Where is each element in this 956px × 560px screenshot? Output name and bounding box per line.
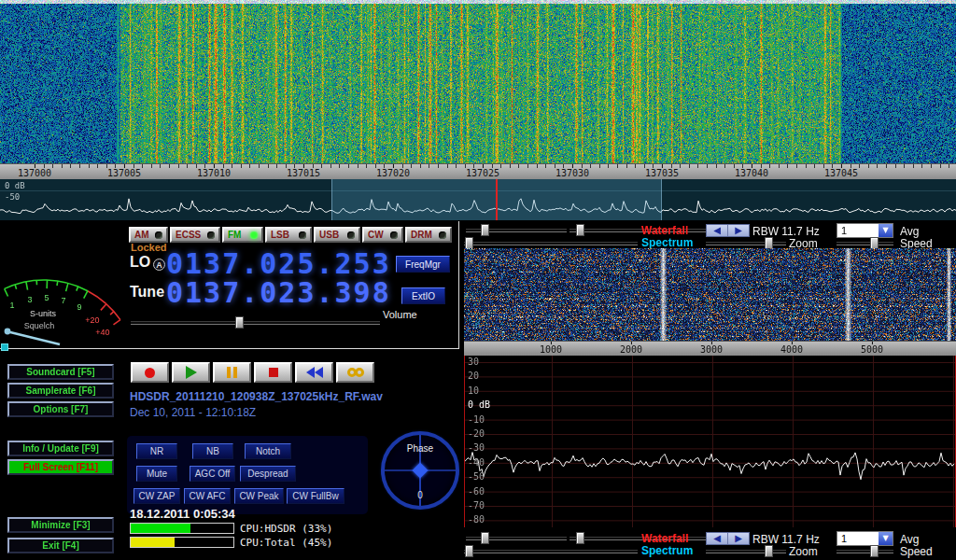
speed-slider-2[interactable] (836, 545, 893, 557)
spectrum-range-slider-2-knob[interactable] (465, 545, 473, 557)
waterfall-control-row-top: Waterfall ◀ ▶ RBW 11.7 Hz 1 ▼ Avg Spectr… (464, 222, 956, 249)
pause-button[interactable] (213, 362, 251, 383)
extio-button[interactable]: ExtIO (401, 287, 445, 304)
despread-button[interactable]: Despread (240, 466, 296, 482)
smeter-needle (7, 331, 60, 344)
mode-fm-button[interactable]: FM (222, 227, 263, 243)
s-meter[interactable]: 1 3 5 7 9 +20 +40 S-units Squelch (2, 224, 125, 347)
phase-indicator[interactable]: Phase 0 (381, 431, 459, 510)
shift-left-button-2[interactable]: ◀ (707, 533, 728, 544)
mode-lsb-button[interactable]: LSB (265, 227, 312, 243)
info-update-button[interactable]: Info / Update [F9] (7, 441, 114, 456)
main-waterfall-display[interactable] (0, 0, 956, 163)
af-db-label: -40 (468, 457, 485, 468)
volume-slider-track[interactable] (131, 321, 380, 325)
spectrum-range-slider-2-track[interactable] (464, 550, 638, 553)
zoom-slider-2-track[interactable] (706, 550, 786, 553)
phase-label: Phase (385, 443, 456, 454)
mute-button[interactable]: Mute (136, 466, 177, 482)
svg-text:5: 5 (44, 293, 49, 302)
brightness-slider-knob[interactable] (481, 224, 489, 236)
avg-dropdown-2[interactable]: 1 ▼ (836, 531, 893, 546)
spectrum-db-label: 0 dB (5, 181, 25, 190)
af-waterfall-display[interactable] (464, 248, 956, 341)
soundcard-button[interactable]: Soundcard [F5] (7, 364, 114, 380)
cw-fullbw-button[interactable]: CW FullBw (287, 488, 344, 504)
nb-button[interactable]: NB (192, 443, 233, 459)
shift-right-button[interactable]: ▶ (728, 225, 749, 236)
mode-drm-led-icon (439, 231, 446, 239)
locked-indicator: Locked (131, 242, 167, 253)
cw-peak-button[interactable]: CW Peak (234, 488, 284, 504)
af-db-label: 30 (468, 357, 479, 367)
contrast-slider-2-knob[interactable] (576, 532, 584, 544)
spectrum-tab[interactable]: Spectrum (641, 236, 693, 249)
shift-left-button[interactable]: ◀ (707, 225, 728, 236)
avg-dropdown[interactable]: 1 ▼ (836, 223, 893, 238)
svg-text:3: 3 (27, 295, 32, 304)
avg-label: Avg (900, 225, 919, 238)
rewind-button[interactable] (295, 362, 333, 383)
minimize-button[interactable]: Minimize [F3] (7, 517, 114, 533)
avg-dropdown-arrow-icon[interactable]: ▼ (879, 224, 893, 237)
exit-button[interactable]: Exit [F4] (7, 538, 114, 553)
af-db-label: -30 (468, 442, 485, 453)
tune-frequency-digits[interactable]: 0137.023.398 (166, 276, 391, 309)
volume-slider[interactable] (131, 316, 380, 329)
af-spectrum-canvas[interactable] (465, 356, 955, 527)
rewind-icon (306, 367, 323, 378)
options-button[interactable]: Options [F7] (7, 401, 114, 417)
frequency-scale[interactable]: 137000 137005 137010 137015 137020 13702… (0, 163, 956, 179)
spectrum-range-slider-2[interactable] (464, 545, 638, 557)
mode-ecss-button[interactable]: ECSS (170, 227, 220, 243)
brightness-slider[interactable] (466, 224, 567, 236)
avg-dropdown-2-arrow-icon[interactable]: ▼ (879, 532, 893, 545)
record-button[interactable] (131, 362, 169, 383)
mode-cw-led-icon (390, 231, 398, 239)
phase-marker-icon (413, 463, 429, 479)
af-spectrum-display[interactable]: 30 20 10 0 dB -10 -20 -30 -40 -50 -60 -7… (464, 356, 956, 527)
mode-am-button[interactable]: AM (129, 227, 168, 243)
brightness-slider-2-knob[interactable] (481, 532, 489, 544)
volume-slider-knob[interactable] (235, 316, 244, 329)
mode-cw-button[interactable]: CW (362, 227, 403, 243)
stop-button[interactable] (254, 362, 292, 383)
speed-slider-2-knob[interactable] (870, 545, 879, 557)
agc-button[interactable]: AGC Off (190, 466, 235, 482)
mode-drm-button[interactable]: DRM (405, 227, 452, 243)
spectrum-db-label: -50 (5, 192, 20, 202)
lo-label: LO (130, 254, 150, 271)
cpu-total-text: CPU:Total (45%) (240, 537, 332, 549)
spectrum-range-slider-track[interactable] (464, 242, 638, 245)
speed-slider-2-track[interactable] (836, 550, 893, 553)
svg-text:+20: +20 (85, 315, 99, 325)
lo-a-badge[interactable]: A (153, 259, 165, 271)
fullscreen-button[interactable]: Full Screen [F11] (7, 459, 114, 475)
play-button[interactable] (172, 362, 210, 383)
contrast-slider-knob[interactable] (576, 224, 584, 236)
waterfall-tab[interactable]: Waterfall (641, 224, 688, 237)
zoom-slider-2-knob[interactable] (765, 545, 773, 557)
cw-zap-button[interactable]: CW ZAP (134, 488, 180, 504)
freq-tick: 137040 (735, 168, 768, 178)
brightness-slider-2[interactable] (466, 532, 567, 544)
freqmgr-button[interactable]: FreqMgr (396, 256, 450, 273)
phase-zero-label: 0 (385, 490, 456, 500)
freq-tick: 137000 (18, 168, 51, 178)
shift-right-button-2[interactable]: ▶ (728, 533, 749, 544)
rbw-readout-2: RBW 11.7 Hz (752, 533, 820, 546)
notch-button[interactable]: Notch (245, 443, 291, 459)
spectrum-tab-2[interactable]: Spectrum (641, 544, 693, 557)
cw-afc-button[interactable]: CW AFC (184, 488, 231, 504)
af-frequency-scale[interactable]: 1000 2000 3000 4000 5000 (464, 341, 956, 356)
nr-button[interactable]: NR (136, 443, 177, 459)
zoom-slider-track[interactable] (706, 242, 786, 245)
waterfall-tab-2[interactable]: Waterfall (641, 532, 688, 545)
samplerate-button[interactable]: Samplerate [F6] (7, 383, 114, 399)
loop-button[interactable] (336, 362, 374, 383)
mode-usb-button[interactable]: USB (314, 227, 360, 243)
squelch-slider-knob[interactable] (1, 343, 8, 351)
zoom-slider-2[interactable] (706, 545, 786, 557)
speed-slider-track[interactable] (836, 242, 893, 245)
lo-frequency-digits[interactable]: 0137.025.253 (166, 247, 391, 280)
